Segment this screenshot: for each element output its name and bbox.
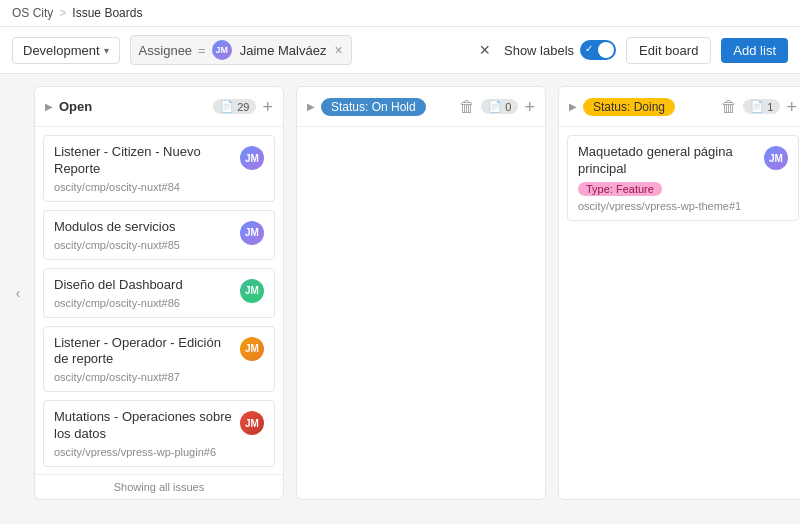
- edit-board-button[interactable]: Edit board: [626, 37, 711, 64]
- board-dropdown-label: Development: [23, 43, 100, 58]
- card-ref: oscity/cmp/oscity-nuxt#84: [54, 181, 234, 193]
- col-count-doing: 1: [767, 101, 773, 113]
- add-list-button[interactable]: Add list: [721, 38, 788, 63]
- filter-bar: Assignee = JM Jaime Malváez ×: [130, 35, 352, 65]
- show-labels-label: Show labels: [504, 43, 574, 58]
- col-title-open: Open: [59, 99, 207, 114]
- board-area: ‹ ▶ Open 📄 29 + Listener - Citizen - Nue…: [0, 74, 800, 512]
- card-ref: oscity/cmp/oscity-nuxt#85: [54, 239, 234, 251]
- card-title[interactable]: Mutations - Operaciones sobre los datos: [54, 409, 234, 443]
- col-delete-button-doing[interactable]: 🗑: [721, 98, 737, 116]
- doc-icon-onhold: 📄: [488, 100, 502, 113]
- card-ref: oscity/cmp/oscity-nuxt#86: [54, 297, 234, 309]
- col-expand-icon[interactable]: ▶: [45, 101, 53, 112]
- chevron-down-icon: ▾: [104, 45, 109, 56]
- avatar: JM: [240, 221, 264, 245]
- toolbar: Development ▾ Assignee = JM Jaime Malváe…: [0, 27, 800, 74]
- column-body-on-hold: [297, 127, 545, 499]
- col-add-button-doing[interactable]: +: [786, 98, 797, 116]
- col-footer-open: Showing all issues: [35, 474, 283, 499]
- column-header-on-hold: ▶ Status: On Hold 🗑 📄 0 +: [297, 87, 545, 127]
- column-open: ▶ Open 📄 29 + Listener - Citizen - Nuevo…: [34, 86, 284, 500]
- col-count-open: 29: [237, 101, 249, 113]
- list-item: Mutations - Operaciones sobre los datos …: [43, 400, 275, 467]
- clear-filters-button[interactable]: ×: [475, 41, 494, 59]
- col-count-badge-open: 📄 29: [213, 99, 256, 114]
- card-title[interactable]: Listener - Citizen - Nuevo Reporte: [54, 144, 234, 178]
- breadcrumb: OS City > Issue Boards: [0, 0, 800, 27]
- column-doing: ▶ Status: Doing 🗑 📄 1 + Maquetado genera…: [558, 86, 800, 500]
- list-item: Modulos de servicios oscity/cmp/oscity-n…: [43, 210, 275, 260]
- toggle-thumb: [598, 42, 614, 58]
- card-content: Maquetado general página principal Type:…: [578, 144, 758, 212]
- list-item: Diseño del Dashboard oscity/cmp/oscity-n…: [43, 268, 275, 318]
- label-tag: Type: Feature: [578, 182, 662, 196]
- board-dropdown[interactable]: Development ▾: [12, 37, 120, 64]
- breadcrumb-org[interactable]: OS City: [12, 6, 53, 20]
- filter-user-avatar: JM: [212, 40, 232, 60]
- doc-icon: 📄: [220, 100, 234, 113]
- column-header-open: ▶ Open 📄 29 +: [35, 87, 283, 127]
- card-ref: oscity/cmp/oscity-nuxt#87: [54, 371, 234, 383]
- avatar: JM: [240, 279, 264, 303]
- left-arrow-icon: ‹: [16, 285, 21, 301]
- avatar: JM: [240, 337, 264, 361]
- filter-eq-sign: =: [198, 43, 206, 58]
- col-delete-button-onhold[interactable]: 🗑: [459, 98, 475, 116]
- toggle-track: ✓: [580, 40, 616, 60]
- card-content: Modulos de servicios oscity/cmp/oscity-n…: [54, 219, 234, 251]
- card-title[interactable]: Diseño del Dashboard: [54, 277, 234, 294]
- card-title[interactable]: Maquetado general página principal: [578, 144, 758, 178]
- col-expand-icon-onhold[interactable]: ▶: [307, 101, 315, 112]
- card-content: Listener - Citizen - Nuevo Reporte oscit…: [54, 144, 234, 193]
- card-content: Listener - Operador - Edición de reporte…: [54, 335, 234, 384]
- list-item: Listener - Operador - Edición de reporte…: [43, 326, 275, 393]
- show-labels-group: Show labels ✓: [504, 40, 616, 60]
- avatar: JM: [240, 411, 264, 435]
- col-count-onhold: 0: [505, 101, 511, 113]
- col-count-badge-onhold: 📄 0: [481, 99, 518, 114]
- card-title[interactable]: Modulos de servicios: [54, 219, 234, 236]
- column-body-open: Listener - Citizen - Nuevo Reporte oscit…: [35, 127, 283, 474]
- avatar: JM: [240, 146, 264, 170]
- card-ref: oscity/vpress/vpress-wp-theme#1: [578, 200, 758, 212]
- toggle-check-icon: ✓: [585, 43, 593, 54]
- list-item: Maquetado general página principal Type:…: [567, 135, 799, 221]
- card-ref: oscity/vpress/vpress-wp-plugin#6: [54, 446, 234, 458]
- doc-icon-doing: 📄: [750, 100, 764, 113]
- card-title[interactable]: Listener - Operador - Edición de reporte: [54, 335, 234, 369]
- col-add-button-open[interactable]: +: [262, 98, 273, 116]
- col-add-button-onhold[interactable]: +: [524, 98, 535, 116]
- filter-user-name: Jaime Malváez: [240, 43, 327, 58]
- breadcrumb-sep: >: [59, 6, 66, 20]
- status-badge-onhold: Status: On Hold: [321, 98, 426, 116]
- column-body-doing: Maquetado general página principal Type:…: [559, 127, 800, 499]
- filter-remove-button[interactable]: ×: [334, 43, 342, 57]
- col-expand-icon-doing[interactable]: ▶: [569, 101, 577, 112]
- list-item: Listener - Citizen - Nuevo Reporte oscit…: [43, 135, 275, 202]
- card-content: Mutations - Operaciones sobre los datos …: [54, 409, 234, 458]
- filter-assignee-label: Assignee: [139, 43, 192, 58]
- status-badge-doing: Status: Doing: [583, 98, 675, 116]
- breadcrumb-current: Issue Boards: [72, 6, 142, 20]
- show-labels-toggle[interactable]: ✓: [580, 40, 616, 60]
- card-content: Diseño del Dashboard oscity/cmp/oscity-n…: [54, 277, 234, 309]
- board-scroll-left[interactable]: ‹: [8, 86, 28, 500]
- column-on-hold: ▶ Status: On Hold 🗑 📄 0 +: [296, 86, 546, 500]
- column-header-doing: ▶ Status: Doing 🗑 📄 1 +: [559, 87, 800, 127]
- avatar: JM: [764, 146, 788, 170]
- col-count-badge-doing: 📄 1: [743, 99, 780, 114]
